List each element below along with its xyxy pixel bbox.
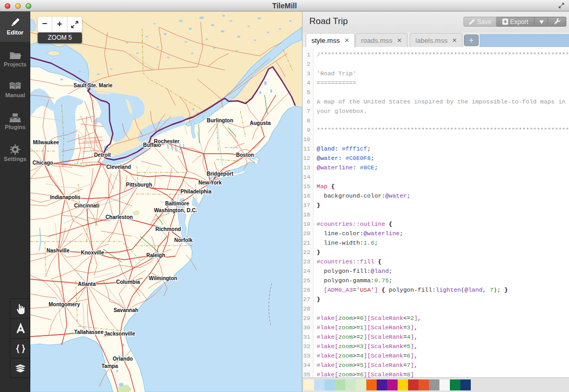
svg-text:Pittsburgh: Pittsburgh [126,182,152,188]
svg-text:Wilmington: Wilmington [149,275,177,281]
svg-text:Burlington: Burlington [207,118,234,123]
svg-text:Jacksonville: Jacksonville [104,331,135,337]
svg-text:Orlando: Orlando [113,356,133,362]
svg-text:Columbia: Columbia [116,279,140,285]
svg-text:Augusta: Augusta [250,120,271,126]
svg-text:Norfolk: Norfolk [175,237,193,243]
svg-text:Chicago: Chicago [32,160,53,166]
svg-text:Philadelphia: Philadelphia [181,189,212,194]
svg-text:Baltimore: Baltimore [165,201,190,206]
svg-text:Richmond: Richmond [156,226,181,232]
svg-text:Nashville: Nashville [47,248,69,253]
svg-text:Detroit: Detroit [94,152,111,158]
svg-text:Knoxville: Knoxville [81,250,104,256]
svg-text:Bridgeport: Bridgeport [206,171,234,177]
svg-text:Montgomery: Montgomery [49,302,80,307]
svg-text:Cleveland: Cleveland [106,164,131,170]
svg-text:Savannah: Savannah [113,307,138,313]
svg-text:Charleston: Charleston [106,214,133,220]
svg-text:New York: New York [199,180,222,186]
svg-text:Tallahassee: Tallahassee [74,329,103,335]
svg-text:Tampa: Tampa [101,363,118,369]
svg-text:Sault Ste. Marie: Sault Ste. Marie [74,83,113,88]
svg-text:Indianapolis: Indianapolis [50,194,81,200]
svg-text:Boston: Boston [236,152,254,158]
svg-text:Atlanta: Atlanta [78,281,96,287]
svg-text:Rochester: Rochester [154,139,180,144]
svg-text:Washington, D.C.: Washington, D.C. [154,207,198,213]
svg-text:Raleigh: Raleigh [146,252,165,258]
svg-text:Milwaukee: Milwaukee [33,140,59,145]
svg-text:Cincinnati: Cincinnati [74,203,100,209]
